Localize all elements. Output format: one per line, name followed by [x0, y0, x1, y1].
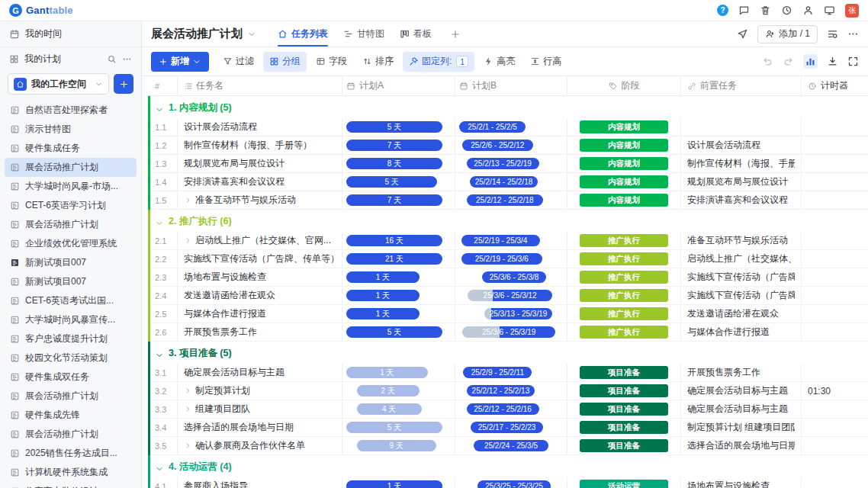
workspace-selector[interactable]: 我的工作空间	[8, 73, 109, 95]
predecessor-cell[interactable]: 与媒体合作进行报道	[681, 323, 802, 341]
plan-b-bar[interactable]: 25/2/1 - 25/2/5	[459, 121, 526, 133]
timer-cell[interactable]	[802, 287, 867, 304]
tab-task-list[interactable]: 任务列表	[270, 21, 336, 47]
sidebar-project-item[interactable]: 自然语言处理探索者	[5, 101, 137, 120]
app-logo[interactable]: G Ganttable	[9, 4, 73, 17]
stage-cell[interactable]: 内容规划	[567, 118, 681, 136]
stage-cell[interactable]: 内容规划	[567, 191, 681, 209]
task-row[interactable]: 2.5与媒体合作进行报道1 天25/3/13 - 25/3/19推广执行发送邀请…	[150, 305, 868, 323]
plan-a-cell[interactable]: 5 天	[342, 118, 455, 136]
undo-icon[interactable]	[762, 56, 773, 67]
stage-cell[interactable]: 推广执行	[567, 268, 681, 286]
expand-icon[interactable]	[184, 441, 192, 450]
chart-icon[interactable]	[803, 54, 818, 69]
plan-b-cell[interactable]: 25/2/6 - 25/2/12	[455, 136, 567, 154]
group-button[interactable]: 分组	[263, 52, 307, 72]
stage-cell[interactable]: 内容规划	[567, 136, 681, 154]
timer-cell[interactable]	[802, 268, 867, 286]
plan-a-cell[interactable]: 5 天	[342, 323, 455, 341]
filter-button[interactable]: 过滤	[217, 52, 260, 72]
fields-button[interactable]: 字段	[310, 52, 353, 72]
stage-cell[interactable]: 项目准备	[567, 437, 681, 454]
feedback-icon[interactable]	[738, 5, 750, 16]
task-name-cell[interactable]: 启动线上推广（社交媒体、官网...	[178, 232, 342, 249]
redo-icon[interactable]	[783, 56, 794, 67]
plan-a-bar[interactable]: 5 天	[346, 121, 442, 133]
sidebar-project-item[interactable]: 演示甘特图	[5, 120, 137, 139]
plan-a-bar[interactable]: 1 天	[346, 290, 420, 301]
timer-cell[interactable]	[802, 364, 867, 381]
task-name-cell[interactable]: 与媒体合作进行报道	[178, 305, 342, 323]
plan-b-cell[interactable]: 25/2/14 - 25/2/18	[455, 173, 567, 191]
task-row[interactable]: 2.6开展预售票务工作5 天25/3/6 - 25/3/19推广执行与媒体合作进…	[150, 323, 868, 342]
plan-a-cell[interactable]: 16 天	[342, 232, 455, 249]
plan-b-cell[interactable]: 25/2/1 - 25/2/5	[455, 118, 567, 136]
column-header[interactable]: 计划B	[455, 76, 567, 95]
stage-cell[interactable]: 内容规划	[567, 173, 681, 191]
plan-b-bar[interactable]: 25/2/13 - 25/2/19	[467, 158, 539, 169]
task-name-cell[interactable]: 发送邀请函给潜在观众	[178, 287, 342, 304]
plan-a-bar[interactable]: 7 天	[346, 194, 442, 206]
tab-kanban[interactable]: 看板	[392, 21, 439, 47]
monitor-icon[interactable]	[824, 5, 835, 16]
task-row[interactable]: 2.1启动线上推广（社交媒体、官网...16 天25/2/19 - 25/3/4…	[150, 232, 868, 250]
help-icon[interactable]: ?	[717, 5, 728, 16]
predecessor-cell[interactable]: 开展预售票务工作	[681, 364, 802, 381]
plan-a-cell[interactable]: 5 天	[342, 419, 455, 436]
timer-cell[interactable]	[802, 136, 867, 154]
stage-cell[interactable]: 推广执行	[567, 250, 681, 268]
task-name-cell[interactable]: 开展预售票务工作	[178, 323, 342, 341]
plan-a-bar[interactable]: 7 天	[346, 140, 442, 151]
sidebar-project-item[interactable]: 展会活动推广计划	[5, 387, 137, 406]
sidebar-item-my-time[interactable]: 我的时间	[0, 21, 141, 47]
sidebar-project-item[interactable]: 硬件集成先锋	[5, 406, 137, 425]
plan-b-bar[interactable]: 25/2/12 - 25/2/18	[467, 194, 544, 206]
plan-a-bar[interactable]: 5 天	[346, 326, 442, 338]
predecessor-cell[interactable]: 准备互动环节与娱乐活动	[681, 232, 802, 249]
predecessor-cell[interactable]: 规划展览布局与展位设计	[681, 173, 802, 191]
plan-b-bar[interactable]: 25/3/13 - 25/3/19	[484, 308, 553, 319]
task-row[interactable]: 1.3规划展览布局与展位设计8 天25/2/13 - 25/2/19内容规划制作…	[150, 155, 868, 173]
column-header[interactable]: 计时器	[802, 76, 867, 95]
task-name-cell[interactable]: 设计展会活动流程	[178, 118, 342, 136]
timer-cell[interactable]	[802, 250, 867, 268]
task-name-cell[interactable]: 确定展会活动目标与主题	[178, 364, 342, 381]
plan-b-cell[interactable]: 25/2/24 - 25/3/5	[455, 437, 567, 454]
plan-b-cell[interactable]: 25/2/17 - 25/2/23	[455, 419, 567, 436]
plan-a-bar[interactable]: 5 天	[346, 422, 442, 433]
stage-cell[interactable]: 活动运营	[567, 477, 681, 488]
plan-b-bar[interactable]: 25/2/19 - 25/3/6	[461, 253, 542, 265]
column-header[interactable]: 阶段	[567, 76, 681, 95]
title-caret-icon[interactable]	[247, 30, 256, 39]
plan-a-cell[interactable]: 1 天	[342, 268, 455, 286]
plan-a-cell[interactable]: 7 天	[342, 136, 455, 154]
task-name-cell[interactable]: 选择合适的展会场地与日期	[178, 419, 342, 436]
group-collapse-icon[interactable]	[155, 464, 164, 474]
group-collapse-icon[interactable]	[155, 219, 164, 228]
sidebar-project-item[interactable]: 展会活动推广计划	[5, 425, 137, 444]
sidebar-project-item[interactable]: 企业绩效优化管理系统	[5, 234, 137, 253]
timer-cell[interactable]	[802, 305, 867, 323]
sidebar-project-item[interactable]: 新测试项目007	[5, 253, 137, 272]
plan-a-bar[interactable]: 1 天	[346, 308, 420, 319]
plan-a-bar[interactable]: 1 天	[346, 367, 428, 378]
search-icon[interactable]	[107, 54, 117, 64]
plan-b-cell[interactable]: 25/3/13 - 25/3/19	[455, 305, 567, 323]
column-header[interactable]: 任务名	[178, 76, 342, 95]
plan-a-cell[interactable]: 5 天	[342, 173, 455, 191]
plan-b-cell[interactable]: 25/3/25 - 25/3/25	[455, 477, 567, 488]
add-view-button[interactable]	[444, 29, 467, 40]
avatar[interactable]: 张	[845, 4, 859, 18]
plan-a-cell[interactable]: 1 天	[342, 287, 455, 304]
task-name-cell[interactable]: 安排演讲嘉宾和会议议程	[178, 173, 342, 191]
plan-a-cell[interactable]: 21 天	[342, 250, 455, 268]
timer-cell[interactable]	[802, 155, 867, 172]
task-row[interactable]: 3.5确认参展商及合作伙伴名单9 天25/2/24 - 25/3/5项目准备选择…	[150, 437, 868, 455]
plan-a-bar[interactable]: 16 天	[346, 235, 442, 246]
task-name-cell[interactable]: 制定预算计划	[178, 382, 342, 400]
plan-b-bar[interactable]: 25/3/6 - 25/3/12	[468, 290, 553, 301]
sidebar-project-item[interactable]: 展会活动推广计划	[5, 158, 137, 177]
task-row[interactable]: 1.5准备互动环节与娱乐活动7 天25/2/12 - 25/2/18内容规划安排…	[150, 191, 868, 210]
plan-b-cell[interactable]: 25/2/19 - 25/3/6	[455, 250, 567, 268]
pinned-columns-button[interactable]: 固定列: 1	[403, 52, 474, 72]
